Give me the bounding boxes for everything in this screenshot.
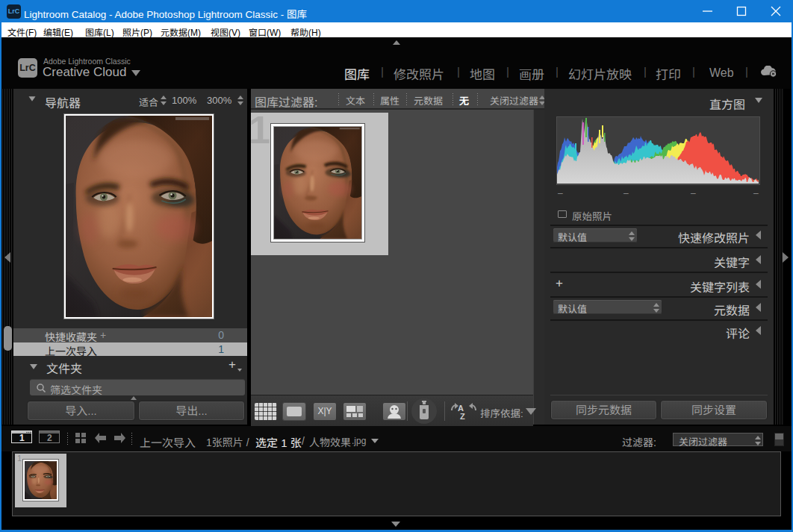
svg-text:2: 2 <box>47 433 52 443</box>
svg-text:Z: Z <box>460 412 465 421</box>
svg-text:1: 1 <box>19 433 25 443</box>
